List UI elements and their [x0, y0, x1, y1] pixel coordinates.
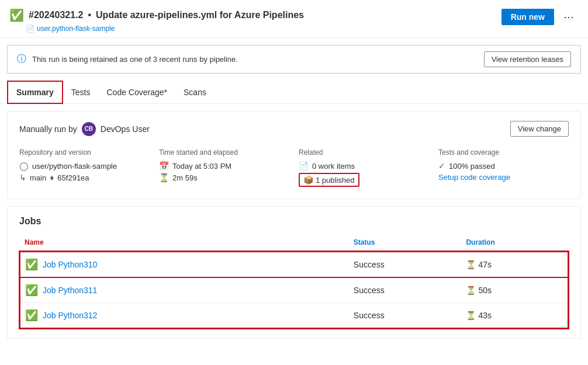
job-link-3[interactable]: Job Python312: [43, 311, 97, 320]
branch-icon: ↳: [19, 173, 26, 182]
job-name-inner-1: ✅ Job Python310: [25, 258, 344, 271]
run-id: #20240321.2: [29, 10, 83, 20]
view-change-button[interactable]: View change: [510, 121, 569, 137]
col-status-header: Status: [349, 236, 462, 252]
elapsed-time: 2m 59s: [172, 173, 198, 182]
user-avatar: CB: [82, 122, 96, 136]
page-title: ✅ #20240321.2 • Update azure-pipelines.y…: [9, 8, 304, 22]
setup-coverage-link[interactable]: Setup code coverage: [438, 173, 569, 182]
jobs-card: Jobs Name Status Duration ✅ Job Pytho: [7, 206, 581, 339]
repo-name-value: user/python-flask-sample: [32, 162, 117, 171]
repo-value: ◯ user/python-flask-sample: [19, 161, 150, 171]
published-box[interactable]: 📦 1 published: [299, 173, 359, 187]
pipeline-title: Update azure-pipelines.yml for Azure Pip…: [96, 10, 304, 20]
job-name-cell-1: ✅ Job Python310: [20, 252, 349, 277]
duration-value-3: 43s: [478, 311, 492, 320]
branch-value: ↳ main ♦ 65f291ea: [19, 173, 150, 182]
job-link-2[interactable]: Job Python311: [43, 286, 97, 295]
table-row: ✅ Job Python312 Success ⏳ 43s: [20, 303, 568, 329]
col-duration-header: Duration: [461, 236, 568, 252]
published-value[interactable]: 📦 1 published: [299, 173, 429, 187]
main-content: Manually run by CB DevOps User View chan…: [0, 104, 588, 346]
table-row: ✅ Job Python310 Success ⏳ 47s: [20, 252, 568, 277]
related-section-label: Related: [299, 148, 429, 157]
github-icon: ◯: [19, 161, 29, 171]
repo-link[interactable]: 📄 user.python-flask-sample: [26, 25, 304, 33]
job-status-2: Success: [349, 277, 462, 303]
header-left: ✅ #20240321.2 • Update azure-pipelines.y…: [9, 8, 304, 33]
tests-section: Tests and coverage ✓ 100% passed Setup c…: [438, 148, 569, 189]
success-icon: ✅: [9, 8, 24, 22]
duration-value-1: 47s: [478, 260, 492, 269]
repo-section-label: Repository and version: [19, 148, 150, 157]
duration-inner-1: ⏳ 47s: [466, 260, 563, 269]
banner-message: This run is being retained as one of 3 r…: [32, 55, 238, 64]
header-actions: Run new ⋯: [501, 8, 579, 26]
banner-left: ⓘ This run is being retained as one of 3…: [17, 53, 238, 65]
col-name-header: Name: [20, 236, 349, 252]
info-banner: ⓘ This run is being retained as one of 3…: [7, 45, 581, 74]
related-section: Related 📄 0 work items 📦 1 published: [299, 148, 429, 189]
clock-icon-1: ⏳: [466, 260, 476, 269]
more-options-button[interactable]: ⋯: [559, 8, 579, 26]
manually-run-label: Manually run by: [19, 124, 77, 134]
job-success-icon-1: ✅: [25, 258, 38, 271]
header: ✅ #20240321.2 • Update azure-pipelines.y…: [0, 0, 588, 38]
started-time: Today at 5:03 PM: [172, 162, 231, 171]
work-items-value: 📄 0 work items: [299, 161, 429, 171]
repo-name: user.python-flask-sample: [37, 25, 115, 33]
manually-run-info: Manually run by CB DevOps User: [19, 122, 150, 136]
page-container: ✅ #20240321.2 • Update azure-pipelines.y…: [0, 0, 588, 365]
job-duration-3: ⏳ 43s: [461, 303, 568, 329]
tab-summary[interactable]: Summary: [7, 81, 63, 104]
job-duration-2: ⏳ 50s: [461, 277, 568, 303]
job-success-icon-2: ✅: [25, 284, 38, 297]
tab-code-coverage[interactable]: Code Coverage*: [99, 81, 176, 103]
clock-icon-2: ⏳: [466, 286, 476, 295]
job-name-cell-3: ✅ Job Python312: [20, 303, 349, 329]
job-link-1[interactable]: Job Python310: [43, 260, 97, 269]
published-count: 1 published: [316, 176, 355, 185]
summary-card: Manually run by CB DevOps User View chan…: [7, 111, 581, 199]
check-icon: ✓: [438, 161, 445, 171]
tab-tests[interactable]: Tests: [63, 81, 99, 103]
job-name-cell-2: ✅ Job Python311: [20, 277, 349, 303]
summary-grid: Repository and version ◯ user/python-fla…: [19, 148, 569, 189]
repo-icon: 📄: [26, 25, 34, 33]
title-separator: •: [88, 10, 91, 20]
duration-inner-2: ⏳ 50s: [466, 286, 563, 295]
workitem-icon: 📄: [299, 161, 309, 171]
job-status-1: Success: [349, 252, 462, 277]
job-success-icon-3: ✅: [25, 309, 38, 322]
repo-section: Repository and version ◯ user/python-fla…: [19, 148, 150, 189]
elapsed-value: ⏳ 2m 59s: [159, 173, 289, 182]
time-section: Time started and elapsed 📅 Today at 5:03…: [159, 148, 289, 189]
passed-percent: 100% passed: [449, 162, 495, 171]
commit-hash: 65f291ea: [57, 173, 89, 182]
run-new-button[interactable]: Run new: [501, 9, 554, 25]
time-section-label: Time started and elapsed: [159, 148, 289, 157]
job-status-3: Success: [349, 303, 462, 329]
branch-name: main: [30, 173, 46, 182]
passed-value: ✓ 100% passed: [438, 161, 569, 171]
table-row: ✅ Job Python311 Success ⏳ 50s: [20, 277, 568, 303]
tests-section-label: Tests and coverage: [438, 148, 569, 157]
user-name: DevOps User: [101, 124, 150, 134]
calendar-icon: 📅: [159, 161, 169, 171]
work-items-count: 0 work items: [312, 162, 355, 171]
summary-header: Manually run by CB DevOps User View chan…: [19, 121, 569, 137]
started-value: 📅 Today at 5:03 PM: [159, 161, 289, 171]
table-header-row: Name Status Duration: [20, 236, 568, 252]
job-duration-1: ⏳ 47s: [461, 252, 568, 277]
clock-icon-3: ⏳: [466, 311, 476, 320]
clock-small-icon: ⏳: [159, 173, 169, 182]
tab-scans[interactable]: Scans: [175, 81, 215, 103]
jobs-title: Jobs: [19, 216, 569, 227]
jobs-tbody: ✅ Job Python310 Success ⏳ 47s: [20, 252, 568, 328]
duration-value-2: 50s: [478, 286, 492, 295]
job-name-inner-3: ✅ Job Python312: [25, 309, 344, 322]
job-name-inner-2: ✅ Job Python311: [25, 284, 344, 297]
info-icon: ⓘ: [17, 53, 26, 65]
setup-coverage-label: Setup code coverage: [438, 173, 510, 182]
view-retention-leases-button[interactable]: View retention leases: [484, 51, 571, 67]
